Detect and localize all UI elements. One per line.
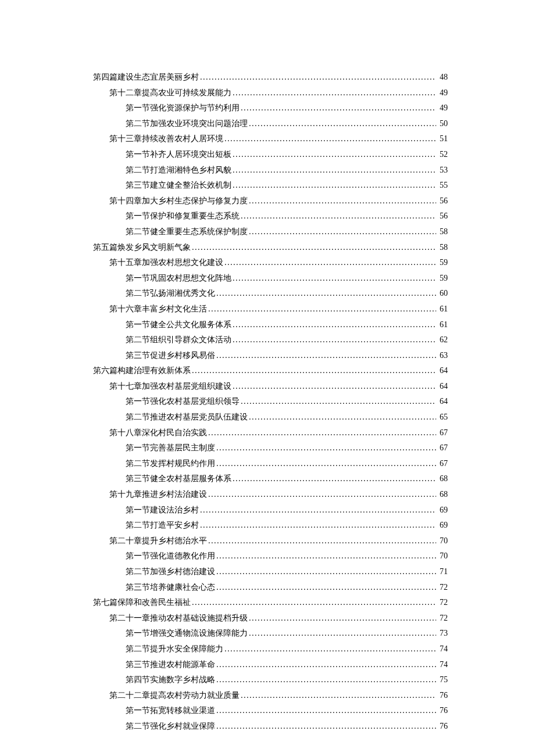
toc-entry: 第三节建立健全整治长效机制55 [126, 178, 448, 194]
toc-leader-dots [248, 410, 436, 425]
toc-page-number: 63 [436, 348, 448, 364]
toc-page-number: 64 [436, 363, 448, 379]
toc-title: 第十三章持续改善农村人居环境 [109, 131, 223, 147]
toc-page-number: 64 [436, 394, 448, 410]
toc-leader-dots [231, 163, 436, 178]
toc-entry: 第十七章加强农村基层党组织建设64 [109, 379, 448, 395]
toc-page-number: 65 [436, 410, 448, 425]
toc-leader-dots [231, 271, 436, 286]
toc-leader-dots [207, 425, 436, 441]
toc-page-number: 59 [436, 271, 448, 286]
toc-entry: 第二节健全重要生态系统保护制度58 [126, 224, 448, 240]
toc-entry: 第十三章持续改善农村人居环境51 [109, 131, 448, 147]
toc-entry: 第五篇焕发乡风文明新气象58 [93, 240, 448, 256]
toc-title: 第一节强化道德教化作用 [126, 549, 215, 564]
toc-leader-dots [215, 672, 436, 688]
toc-title: 第三节健全农村基层服务体系 [126, 471, 231, 487]
toc-page-number: 50 [436, 116, 448, 132]
toc-title: 第二十一章推动农村基础设施提档升级 [109, 611, 248, 626]
toc-title: 第一节补齐人居环境突出短板 [126, 147, 231, 163]
toc-title: 第三节促进乡村移风易俗 [126, 348, 215, 364]
toc-title: 第十六章丰富乡村文化生活 [109, 302, 207, 317]
toc-page-number: 73 [436, 626, 448, 642]
toc-page-number: 49 [436, 101, 448, 116]
toc-leader-dots [215, 456, 436, 472]
toc-leader-dots [223, 255, 436, 271]
toc-leader-dots [215, 348, 436, 364]
toc-entry: 第十六章丰富乡村文化生活61 [109, 302, 448, 317]
toc-title: 第三节推进农村能源革命 [126, 657, 215, 673]
toc-title: 第六篇构建治理有效新体系 [93, 363, 191, 379]
toc-entry: 第一节拓宽转移就业渠道76 [126, 703, 448, 719]
toc-entry: 第二十二章提高农村劳动力就业质量76 [109, 688, 448, 704]
toc-entry: 第三节培养健康社会心态72 [126, 580, 448, 596]
toc-page-number: 72 [436, 580, 448, 596]
toc-entry: 第一节健全公共文化服务体系61 [126, 317, 448, 333]
toc-page-number: 58 [436, 240, 448, 256]
toc-title: 第三节培养健康社会心态 [126, 580, 215, 596]
toc-title: 第一节健全公共文化服务体系 [126, 317, 231, 333]
toc-entry: 第十五章加强农村思想文化建设59 [109, 255, 448, 271]
toc-entry: 第十四章加大乡村生态保护与修复力度56 [109, 194, 448, 209]
toc-leader-dots [215, 564, 436, 580]
toc-title: 第一节建设法治乡村 [126, 503, 199, 518]
toc-title: 第二节推进农村基层党员队伍建设 [126, 410, 248, 425]
toc-entry: 第一节建设法治乡村69 [126, 503, 448, 518]
toc-page-number: 52 [436, 147, 448, 163]
toc-title: 第十四章加大乡村生态保护与修复力度 [109, 194, 248, 209]
toc-entry: 第一节补齐人居环境突出短板52 [126, 147, 448, 163]
toc-leader-dots [248, 116, 436, 132]
toc-title: 第三节建立健全整治长效机制 [126, 178, 231, 194]
toc-page-number: 56 [436, 209, 448, 224]
toc-title: 第二节打造平安乡村 [126, 518, 199, 533]
toc-page-number: 55 [436, 178, 448, 194]
toc-leader-dots [199, 518, 436, 533]
toc-entry: 第三节推进农村能源革命74 [126, 657, 448, 673]
toc-page-number: 67 [436, 456, 448, 472]
table-of-contents: 第四篇建设生态宜居美丽乡村48第十二章提高农业可持续发展能力49第一节强化资源保… [93, 70, 448, 734]
toc-entry: 第二十一章推动农村基础设施提档升级72 [109, 611, 448, 626]
toc-page-number: 75 [436, 672, 448, 688]
toc-leader-dots [240, 101, 436, 116]
toc-page-number: 76 [436, 719, 448, 734]
toc-title: 第一节拓宽转移就业渠道 [126, 703, 215, 719]
toc-leader-dots [231, 471, 436, 487]
toc-title: 第十八章深化村民自治实践 [109, 425, 207, 441]
toc-page-number: 68 [436, 487, 448, 503]
toc-title: 第一节增强交通物流设施保障能力 [126, 626, 248, 642]
toc-leader-dots [223, 131, 436, 147]
toc-entry: 第二节推进农村基层党员队伍建设65 [126, 410, 448, 425]
toc-title: 第一节巩固农村思想文化阵地 [126, 271, 231, 286]
toc-entry: 第一节完善基层民主制度67 [126, 440, 448, 456]
toc-title: 第一节完善基层民主制度 [126, 440, 215, 456]
toc-page-number: 74 [436, 657, 448, 673]
toc-page-number: 60 [436, 286, 448, 302]
toc-leader-dots [215, 286, 436, 302]
toc-leader-dots [191, 240, 436, 256]
toc-page-number: 76 [436, 688, 448, 704]
toc-page-number: 68 [436, 471, 448, 487]
toc-leader-dots [215, 719, 436, 734]
toc-leader-dots [248, 611, 436, 626]
toc-title: 第二节打造湖湘特色乡村风貌 [126, 163, 231, 178]
toc-title: 第二十二章提高农村劳动力就业质量 [109, 688, 240, 704]
toc-leader-dots [191, 595, 436, 611]
toc-title: 第二节健全重要生态系统保护制度 [126, 224, 248, 240]
toc-entry: 第六篇构建治理有效新体系64 [93, 363, 448, 379]
toc-page-number: 62 [436, 332, 448, 348]
toc-entry: 第四节实施数字乡村战略75 [126, 672, 448, 688]
toc-entry: 第一节强化农村基层党组织领导64 [126, 394, 448, 410]
toc-entry: 第二节发挥村规民约作用67 [126, 456, 448, 472]
toc-page-number: 61 [436, 302, 448, 317]
toc-leader-dots [199, 503, 436, 518]
toc-leader-dots [248, 224, 436, 240]
toc-page-number: 61 [436, 317, 448, 333]
toc-leader-dots [207, 302, 436, 317]
toc-leader-dots [231, 379, 436, 395]
toc-leader-dots [240, 209, 436, 224]
toc-page-number: 49 [436, 85, 448, 101]
toc-leader-dots [207, 487, 436, 503]
toc-page-number: 67 [436, 425, 448, 441]
toc-leader-dots [231, 85, 436, 101]
toc-entry: 第三节促进乡村移风易俗63 [126, 348, 448, 364]
